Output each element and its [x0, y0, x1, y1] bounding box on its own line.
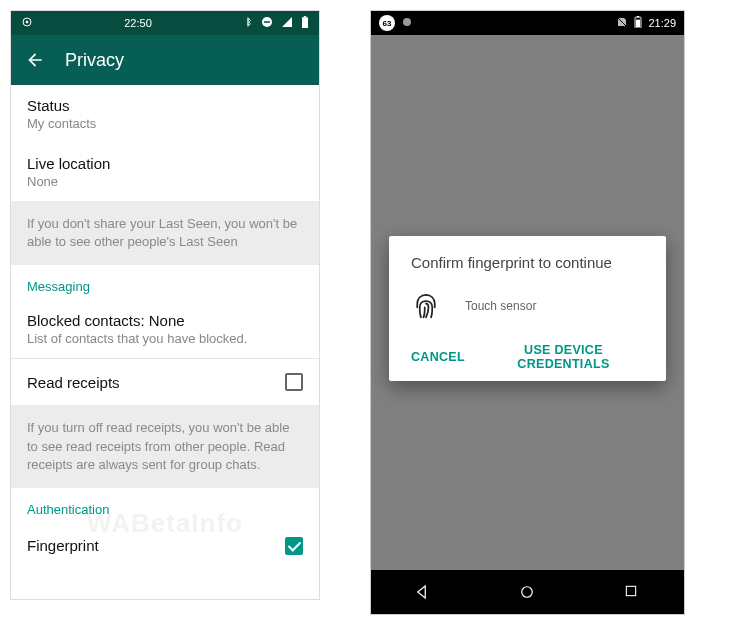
status-value: My contacts — [27, 116, 303, 131]
svg-rect-10 — [637, 16, 639, 17]
dnd-icon — [261, 16, 273, 30]
messaging-section-header: Messaging — [11, 265, 319, 300]
svg-rect-4 — [302, 17, 308, 28]
blocked-contacts-label: Blocked contacts: None — [27, 312, 303, 329]
dialog-title: Confirm fingerprint to continue — [411, 254, 644, 271]
use-device-credentials-button[interactable]: USE DEVICE CREDENTIALS — [483, 343, 644, 371]
svg-rect-12 — [626, 586, 635, 595]
blocked-contacts-item[interactable]: Blocked contacts: None List of contacts … — [11, 300, 319, 358]
back-arrow-icon[interactable] — [25, 50, 45, 70]
svg-point-11 — [522, 587, 533, 598]
cancel-button[interactable]: CANCEL — [411, 343, 465, 371]
status-bar: 63 21:29 — [371, 11, 684, 35]
live-location-item[interactable]: Live location None — [11, 143, 319, 201]
live-location-value: None — [27, 174, 303, 189]
authentication-section-header: Authentication — [11, 488, 319, 523]
circle-icon — [401, 16, 413, 30]
read-receipts-checkbox[interactable] — [285, 373, 303, 391]
svg-rect-5 — [304, 16, 306, 17]
fingerprint-checkbox[interactable] — [285, 537, 303, 555]
read-receipts-info: If you turn off read receipts, you won't… — [11, 405, 319, 488]
navigation-bar — [371, 570, 684, 614]
toolbar-title: Privacy — [65, 50, 124, 71]
svg-rect-9 — [636, 20, 640, 28]
status-time: 21:29 — [648, 17, 676, 29]
signal-icon — [281, 16, 293, 30]
live-location-label: Live location — [27, 155, 303, 172]
fingerprint-dialog: Confirm fingerprint to continue Touch se… — [389, 236, 666, 381]
nav-recent-icon[interactable] — [623, 583, 641, 601]
read-receipts-item[interactable]: Read receipts — [11, 359, 319, 405]
app-toolbar: Privacy — [11, 35, 319, 85]
status-label: Status — [27, 97, 303, 114]
nav-back-icon[interactable] — [414, 583, 432, 601]
touch-sensor-hint: Touch sensor — [465, 299, 536, 313]
fingerprint-dialog-screen: 63 21:29 WABetaInfo Confirm fingerprint … — [370, 10, 685, 615]
status-bar: 22:50 — [11, 11, 319, 35]
no-sim-icon — [616, 16, 628, 30]
fingerprint-item[interactable]: Fingerprint — [11, 523, 319, 569]
bluetooth-icon — [243, 16, 253, 30]
nav-home-icon[interactable] — [518, 583, 536, 601]
fingerprint-icon — [411, 291, 441, 321]
svg-point-1 — [26, 21, 28, 23]
privacy-settings-screen: 22:50 Privacy Status My contacts — [10, 10, 320, 600]
status-time: 22:50 — [124, 17, 152, 29]
fingerprint-label: Fingerprint — [27, 537, 99, 554]
target-icon — [21, 16, 33, 30]
last-seen-info: If you don't share your Last Seen, you w… — [11, 201, 319, 265]
notification-badge: 63 — [379, 15, 395, 31]
svg-rect-3 — [264, 21, 270, 23]
svg-point-6 — [403, 18, 411, 26]
status-setting-item[interactable]: Status My contacts — [11, 85, 319, 143]
read-receipts-label: Read receipts — [27, 374, 120, 391]
battery-icon — [301, 16, 309, 30]
battery-icon — [634, 16, 642, 30]
blocked-contacts-subtitle: List of contacts that you have blocked. — [27, 331, 303, 346]
